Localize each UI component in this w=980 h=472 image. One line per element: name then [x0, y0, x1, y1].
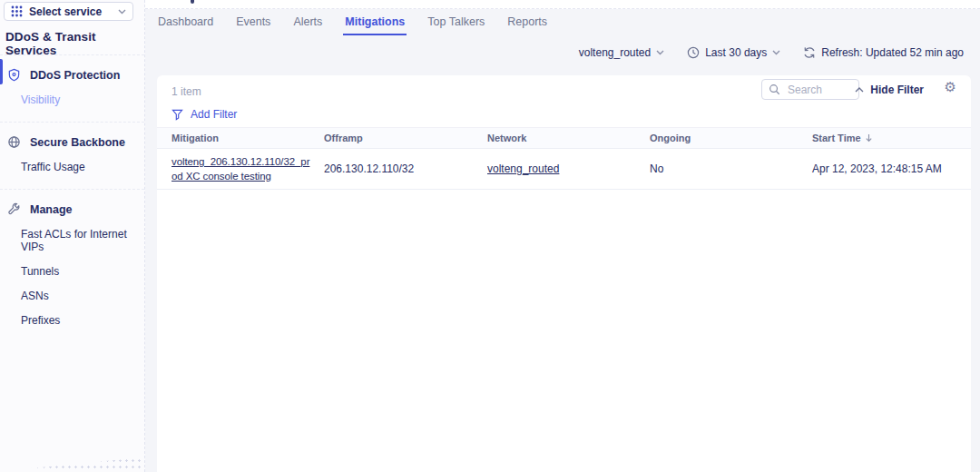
sidebar-heading-ddos-protection[interactable]: DDoS Protection: [0, 63, 144, 82]
tab-reports[interactable]: Reports: [505, 10, 549, 35]
tab-top-talkers[interactable]: Top Talkers: [426, 10, 486, 35]
sidebar: Select service DDoS & Transit Services D…: [0, 0, 145, 472]
clipped-page-title-remnant: [191, 0, 194, 4]
tab-events[interactable]: Events: [234, 10, 272, 35]
time-range-selector[interactable]: Last 30 days: [687, 46, 780, 59]
column-header-network[interactable]: Network: [487, 133, 650, 143]
table-header-row: Mitigation Offramp Network Ongoing Start…: [157, 127, 971, 149]
search-icon: [769, 84, 780, 95]
sidebar-item-visibility[interactable]: Visibility: [21, 93, 60, 106]
globe-icon: [7, 135, 21, 149]
sidebar-heading-manage[interactable]: Manage: [0, 197, 144, 216]
sidebar-item-fast-acls[interactable]: Fast ACLs for Internet VIPs: [21, 228, 139, 253]
chevron-down-icon: [656, 50, 664, 55]
sidebar-item-prefixes[interactable]: Prefixes: [21, 314, 60, 327]
cell-start-time: Apr 12, 2023, 12:48:15 AM: [812, 162, 971, 175]
sidebar-heading-label: Manage: [30, 203, 73, 216]
search-input[interactable]: [786, 83, 852, 97]
service-selector[interactable]: Select service: [4, 2, 133, 21]
sidebar-item-tunnels[interactable]: Tunnels: [21, 265, 59, 278]
tab-alerts[interactable]: Alerts: [291, 10, 324, 35]
mitigation-link[interactable]: volteng_206.130.12.110/32_prod XC consol…: [172, 149, 315, 189]
sidebar-section-secure-backbone: Secure Backbone Traffic Usage: [0, 122, 144, 189]
sidebar-item-traffic-usage[interactable]: Traffic Usage: [21, 161, 85, 173]
add-filter-button[interactable]: Add Filter: [172, 108, 237, 121]
table-row[interactable]: volteng_206.130.12.110/32_prod XC consol…: [157, 149, 971, 190]
tab-bar: Dashboard Events Alerts Mitigations Top …: [156, 10, 549, 36]
hide-filter-button[interactable]: Hide Filter: [855, 84, 924, 96]
tab-dashboard[interactable]: Dashboard: [156, 10, 215, 35]
shield-icon: [7, 68, 21, 82]
app-root: { "colors": { "accent": "#4353d9", "text…: [0, 0, 980, 472]
column-header-mitigation[interactable]: Mitigation: [172, 133, 324, 143]
column-header-start-time[interactable]: Start Time: [812, 133, 971, 143]
sidebar-heading-label: Secure Backbone: [30, 136, 125, 149]
sidebar-dot-texture: [22, 457, 142, 471]
network-link[interactable]: volteng_routed: [487, 162, 559, 175]
refresh-control[interactable]: Refresh: Updated 52 min ago: [803, 46, 964, 59]
item-count: 1 item: [172, 85, 201, 98]
column-header-offramp[interactable]: Offramp: [324, 133, 487, 143]
tab-mitigations[interactable]: Mitigations: [343, 10, 407, 35]
sidebar-nav: DDoS Protection Visibility Secure Backbo…: [0, 54, 144, 342]
add-filter-label: Add Filter: [191, 108, 237, 121]
time-range-value: Last 30 days: [705, 46, 767, 59]
refresh-status-text: Refresh: Updated 52 min ago: [821, 46, 964, 59]
wrench-icon: [7, 202, 21, 216]
network-selector[interactable]: volteng_routed: [579, 46, 664, 59]
network-selector-value: volteng_routed: [579, 46, 651, 59]
cell-offramp: 206.130.12.110/32: [324, 162, 487, 175]
sidebar-section-ddos-protection: DDoS Protection Visibility: [0, 54, 144, 122]
chevron-down-icon: [118, 9, 126, 15]
service-selector-label: Select service: [29, 5, 112, 18]
gear-icon[interactable]: ⚙: [945, 81, 956, 94]
sidebar-section-manage: Manage Fast ACLs for Internet VIPs Tunne…: [0, 189, 144, 342]
header-controls: volteng_routed Last 30 days Refresh: Upd…: [579, 44, 964, 61]
chevron-down-icon: [772, 50, 780, 55]
cell-ongoing: No: [650, 162, 812, 175]
mitigations-panel: 1 item Hide Filter ⚙ Add Filter Mitigati…: [157, 75, 971, 472]
filter-funnel-icon: [172, 109, 183, 121]
sort-descending-icon: [866, 133, 872, 143]
mitigations-table: Mitigation Offramp Network Ongoing Start…: [157, 127, 971, 190]
clock-icon: [687, 46, 700, 59]
sidebar-item-asns[interactable]: ASNs: [21, 290, 49, 302]
column-header-ongoing[interactable]: Ongoing: [650, 133, 812, 143]
cell-network: volteng_routed: [487, 162, 650, 175]
cell-mitigation: volteng_206.130.12.110/32_prod XC consol…: [172, 149, 324, 189]
sidebar-title: DDoS & Transit Services: [5, 30, 144, 57]
refresh-icon: [803, 46, 816, 59]
top-header-strip: [145, 0, 980, 9]
app-grid-icon: [11, 5, 23, 17]
search-box[interactable]: [761, 79, 859, 100]
chevron-up-icon: [855, 87, 864, 93]
sidebar-heading-secure-backbone[interactable]: Secure Backbone: [0, 130, 144, 149]
sidebar-heading-label: DDoS Protection: [30, 69, 120, 82]
hide-filter-label: Hide Filter: [870, 84, 924, 96]
